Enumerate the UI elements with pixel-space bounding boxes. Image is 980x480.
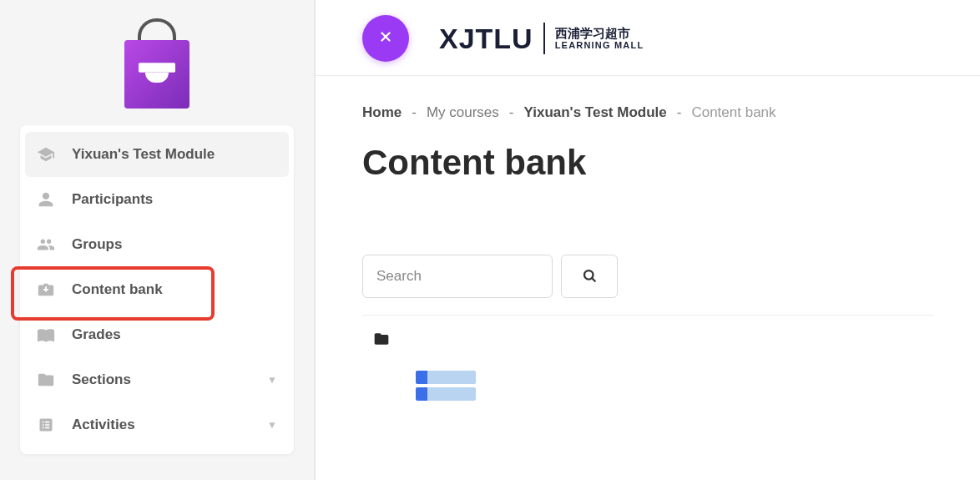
brand-cn-text: 西浦学习超市 (555, 26, 644, 40)
breadcrumb-sep: - (509, 104, 514, 121)
folder-icon[interactable] (371, 336, 392, 350)
chevron-down-icon: ▼ (267, 419, 277, 431)
sidebar-item-label: Activities (72, 417, 250, 433)
folder-icon (37, 371, 55, 389)
sidebar: Yixuan's Test Module Participants Groups… (0, 0, 316, 480)
folder-bar (362, 315, 933, 356)
sidebar-item-label: Grades (72, 326, 277, 343)
sidebar-item-sections[interactable]: Sections ▼ (25, 357, 289, 402)
sidebar-item-label: Groups (72, 236, 277, 253)
search-button[interactable] (561, 255, 618, 298)
list-icon (37, 416, 55, 434)
page-title: Content bank (362, 143, 933, 183)
search-input[interactable] (362, 255, 553, 298)
breadcrumb-mycourses[interactable]: My courses (427, 104, 499, 121)
sidebar-item-activities[interactable]: Activities ▼ (25, 402, 289, 447)
svg-line-3 (592, 278, 594, 280)
sidebar-item-participants[interactable]: Participants (25, 177, 289, 222)
sidebar-item-label: Sections (72, 371, 250, 388)
main-content: XJTLU 西浦学习超市 LEARNING MALL Home - My cou… (316, 0, 980, 480)
sidebar-nav: Yixuan's Test Module Participants Groups… (20, 125, 294, 454)
breadcrumb-sep: - (412, 104, 417, 121)
search-row (362, 255, 933, 298)
brand-en-text: LEARNING MALL (555, 40, 644, 51)
book-icon (37, 326, 55, 344)
breadcrumb-home[interactable]: Home (362, 104, 402, 121)
graduation-cap-icon (37, 145, 55, 164)
sidebar-item-course[interactable]: Yixuan's Test Module (25, 132, 289, 177)
search-icon (582, 268, 597, 285)
sidebar-item-grades[interactable]: Grades (25, 312, 289, 357)
chevron-down-icon: ▼ (267, 374, 277, 386)
sidebar-item-label: Participants (72, 191, 277, 208)
shopping-bag-logo (119, 18, 195, 112)
content-thumbnail[interactable] (416, 371, 476, 401)
breadcrumb-current: Content bank (691, 104, 775, 121)
breadcrumb-module[interactable]: Yixuan's Test Module (524, 104, 667, 121)
close-button[interactable] (362, 15, 409, 62)
graduation-cap-icon (139, 63, 175, 86)
header: XJTLU 西浦学习超市 LEARNING MALL (316, 0, 980, 76)
sidebar-item-content-bank[interactable]: Content bank (25, 267, 289, 312)
brand-logo: XJTLU 西浦学习超市 LEARNING MALL (439, 23, 644, 55)
sidebar-logo (5, 0, 309, 120)
brand-divider (543, 23, 545, 54)
sidebar-item-groups[interactable]: Groups (25, 222, 289, 267)
user-icon (37, 190, 55, 209)
close-icon (378, 29, 393, 48)
sidebar-item-label: Content bank (72, 281, 277, 298)
users-icon (37, 235, 55, 254)
sidebar-item-label: Yixuan's Test Module (72, 146, 277, 163)
breadcrumb-sep: - (677, 104, 682, 121)
brand-main-text: XJTLU (439, 23, 533, 55)
breadcrumb: Home - My courses - Yixuan's Test Module… (362, 104, 933, 121)
box-icon (37, 280, 55, 299)
